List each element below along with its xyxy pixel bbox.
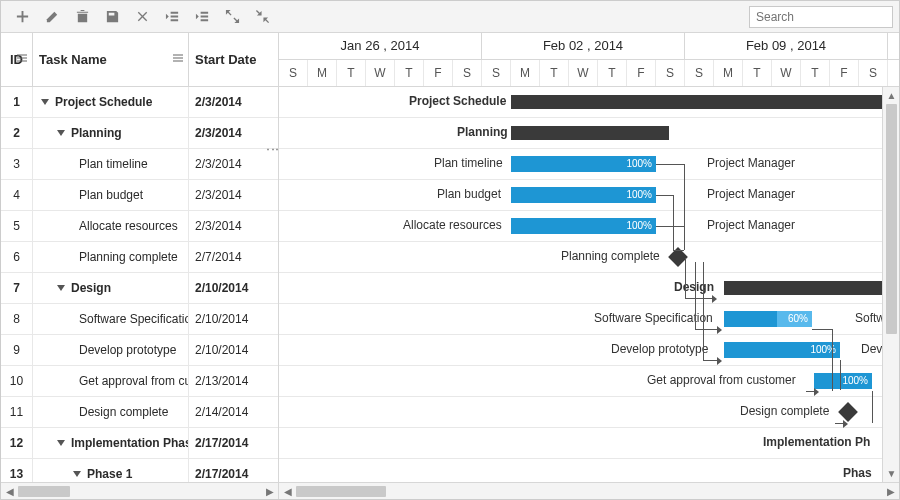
table-row[interactable]: 2Planning2/3/2014 — [1, 118, 278, 149]
table-row[interactable]: 13Phase 12/17/2014 — [1, 459, 278, 482]
gantt-chart[interactable]: Project SchedulePlanningPlan timeline100… — [279, 87, 899, 482]
save-button[interactable] — [97, 4, 127, 30]
grid-hscroll[interactable]: ◀ ▶ — [1, 482, 278, 499]
dependency-line — [806, 391, 814, 392]
gantt-row: Plan timeline100%Project Manager — [279, 149, 899, 180]
expand-caret-icon[interactable] — [57, 285, 65, 291]
row-date: 2/3/2014 — [189, 118, 278, 148]
task-bar[interactable]: 60% — [724, 311, 812, 327]
delete-button[interactable] — [67, 4, 97, 30]
expand-caret-icon[interactable] — [57, 130, 65, 136]
resource-label: Softw — [855, 311, 885, 325]
row-name: Software Specification — [33, 304, 189, 334]
dependency-line — [695, 262, 696, 329]
expand-button[interactable] — [217, 4, 247, 30]
summary-bar[interactable] — [724, 281, 894, 295]
milestone-icon[interactable] — [838, 402, 858, 422]
scroll-right-icon[interactable]: ▶ — [261, 483, 278, 500]
table-row[interactable]: 4Plan budget2/3/2014 — [1, 180, 278, 211]
dependency-line — [656, 226, 684, 227]
task-bar[interactable]: 100% — [511, 156, 656, 172]
col-menu-icon[interactable] — [16, 52, 28, 67]
gantt-vscroll[interactable]: ▲ ▼ — [882, 87, 899, 482]
expand-caret-icon[interactable] — [57, 440, 65, 446]
row-id: 9 — [1, 335, 33, 365]
gantt-row: Planning complete — [279, 242, 899, 273]
row-id: 6 — [1, 242, 33, 272]
gantt-bar-label: Allocate resources — [403, 218, 502, 232]
scroll-up-icon[interactable]: ▲ — [883, 87, 900, 104]
expand-caret-icon[interactable] — [73, 471, 81, 477]
summary-bar[interactable] — [511, 126, 669, 140]
col-task-name[interactable]: Task Name — [33, 33, 189, 86]
gantt-row: Phas — [279, 459, 899, 482]
row-name: Project Schedule — [33, 87, 189, 117]
table-row[interactable]: 12Implementation Phase2/17/2014 — [1, 428, 278, 459]
col-id[interactable]: ID — [1, 33, 33, 86]
cancel-button[interactable] — [127, 4, 157, 30]
summary-bar[interactable] — [511, 95, 891, 109]
scroll-left-icon[interactable]: ◀ — [279, 483, 296, 500]
scroll-right-icon[interactable]: ▶ — [882, 483, 899, 500]
table-row[interactable]: 5Allocate resources2/3/2014 — [1, 211, 278, 242]
scroll-down-icon[interactable]: ▼ — [883, 465, 900, 482]
resource-label: Project Manager — [707, 156, 795, 170]
table-row[interactable]: 8Software Specification2/10/2014 — [1, 304, 278, 335]
expand-caret-icon[interactable] — [41, 99, 49, 105]
row-id: 4 — [1, 180, 33, 210]
table-row[interactable]: 6Planning complete2/7/2014 — [1, 242, 278, 273]
row-date: 2/3/2014 — [189, 211, 278, 241]
timeline-header: Jan 26 , 2014Feb 02 , 2014Feb 09 , 2014 … — [279, 33, 899, 87]
gantt-app: ID Task Name Start Date 1Project Schedul… — [0, 0, 900, 500]
row-id: 1 — [1, 87, 33, 117]
day-header: T — [395, 60, 424, 86]
row-name: Plan budget — [33, 180, 189, 210]
progress-label: 100% — [626, 187, 652, 203]
dependency-line — [812, 329, 832, 330]
indent-button[interactable] — [187, 4, 217, 30]
search-input[interactable] — [749, 6, 893, 28]
gantt-row: Design complete — [279, 397, 899, 428]
dependency-line — [703, 360, 717, 361]
dependency-line — [703, 262, 704, 360]
scroll-thumb[interactable] — [18, 486, 70, 497]
scroll-left-icon[interactable]: ◀ — [1, 483, 18, 500]
task-bar[interactable]: 100% — [814, 373, 872, 389]
row-id: 12 — [1, 428, 33, 458]
day-header: T — [337, 60, 366, 86]
row-date: 2/3/2014 — [189, 87, 278, 117]
col-menu-icon[interactable] — [172, 52, 184, 67]
gantt-bar-label: Phas — [843, 466, 872, 480]
row-date: 2/17/2014 — [189, 428, 278, 458]
table-row[interactable]: 7Design2/10/2014 — [1, 273, 278, 304]
row-name: Design complete — [33, 397, 189, 427]
scroll-thumb[interactable] — [886, 104, 897, 334]
grid-rows: 1Project Schedule2/3/20142Planning2/3/20… — [1, 87, 278, 482]
row-name: Planning — [33, 118, 189, 148]
table-row[interactable]: 11Design complete2/14/2014 — [1, 397, 278, 428]
task-bar[interactable]: 100% — [511, 218, 656, 234]
row-date: 2/10/2014 — [189, 273, 278, 303]
row-name: Planning complete — [33, 242, 189, 272]
outdent-button[interactable] — [157, 4, 187, 30]
edit-button[interactable] — [37, 4, 67, 30]
day-header: S — [685, 60, 714, 86]
day-header: F — [424, 60, 453, 86]
scroll-thumb[interactable] — [296, 486, 386, 497]
table-row[interactable]: 10Get approval from customer2/13/2014 — [1, 366, 278, 397]
table-row[interactable]: 3Plan timeline2/3/2014 — [1, 149, 278, 180]
table-row[interactable]: 1Project Schedule2/3/2014 — [1, 87, 278, 118]
table-row[interactable]: 9Develop prototype2/10/2014 — [1, 335, 278, 366]
dependency-line — [656, 164, 684, 165]
gantt-hscroll[interactable]: ◀ ▶ — [279, 482, 899, 499]
gantt-bar-label: Design complete — [740, 404, 829, 418]
add-button[interactable] — [7, 4, 37, 30]
collapse-button[interactable] — [247, 4, 277, 30]
task-bar[interactable]: 100% — [724, 342, 840, 358]
task-bar[interactable]: 100% — [511, 187, 656, 203]
progress-label: 100% — [842, 373, 868, 389]
gantt-row: Allocate resources100%Project Manager — [279, 211, 899, 242]
dependency-line — [835, 423, 843, 424]
col-start-date[interactable]: Start Date — [189, 33, 278, 86]
row-date: 2/3/2014 — [189, 180, 278, 210]
